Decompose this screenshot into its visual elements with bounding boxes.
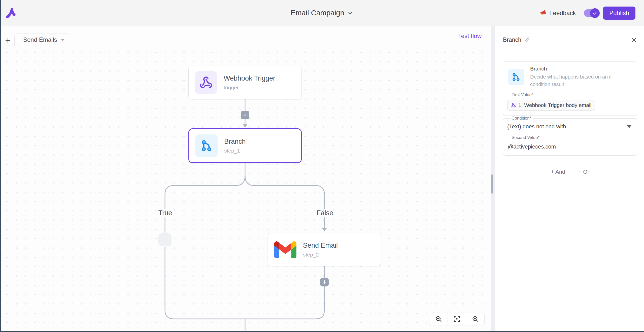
publish-button[interactable]: Publish [603, 7, 635, 20]
node-send-email[interactable]: Send Email step_2 [268, 233, 381, 266]
add-and-condition-button[interactable]: + And [551, 169, 565, 175]
step-settings-panel: Branch Branch [495, 26, 644, 332]
test-flow-button[interactable]: Test flow [457, 32, 483, 40]
flow-canvas[interactable]: Send Emails Test flow Webhook Trigger tr… [0, 26, 491, 332]
window-left-edge [0, 0, 1, 332]
first-value-token[interactable]: 1. Webhook Trigger body email [507, 100, 595, 110]
zoom-out-icon [435, 315, 442, 322]
zoom-out-button[interactable] [429, 313, 448, 325]
branch-icon [508, 69, 524, 85]
condition-logic-buttons: + And + Or [503, 169, 637, 175]
node-title: Branch [224, 138, 246, 145]
node-text: Send Email step_2 [303, 242, 338, 258]
second-value-field: Second Value* [503, 135, 637, 156]
toggle-knob [590, 8, 600, 18]
add-or-condition-button[interactable]: + Or [578, 169, 589, 175]
arrowhead-to-send-email [322, 228, 327, 232]
canvas-zoom-controls [429, 313, 485, 325]
flow-tab-label: Send Emails [23, 36, 57, 43]
plus-icon [243, 113, 247, 117]
node-subtitle: step_1 [224, 148, 246, 154]
node-title: Send Email [303, 242, 338, 249]
node-text: Webhook Trigger trigger [224, 75, 275, 91]
step-info-title: Branch [530, 66, 614, 72]
node-text: Branch step_1 [224, 138, 246, 154]
node-webhook-trigger[interactable]: Webhook Trigger trigger [188, 66, 302, 99]
step-info-card: Branch Decide what happens based on an i… [503, 61, 637, 92]
check-icon [592, 11, 597, 16]
first-value-field: First Value* 1. Webhook Trigger body ema… [503, 92, 637, 116]
branch-icon [195, 134, 218, 157]
fit-view-icon [453, 315, 460, 322]
condition-value: (Text) does not end with [507, 123, 566, 130]
webhook-icon [195, 71, 217, 94]
branch-true-label: True [158, 209, 172, 217]
panel-title: Branch [503, 36, 521, 43]
megaphone-icon [540, 10, 547, 16]
panel-header: Branch [503, 36, 637, 43]
plus-icon [5, 37, 11, 44]
condition-label: Condition* [510, 116, 533, 121]
flow-enabled-toggle[interactable] [584, 9, 598, 17]
close-icon [631, 37, 637, 43]
fit-view-button[interactable] [448, 313, 466, 325]
feedback-label: Feedback [549, 10, 576, 17]
feedback-link[interactable]: Feedback [540, 10, 576, 17]
plus-icon [162, 237, 168, 243]
node-title: Webhook Trigger [224, 75, 275, 82]
node-subtitle: step_2 [303, 252, 338, 258]
node-branch[interactable]: Branch step_1 [188, 128, 302, 163]
condition-select[interactable]: (Text) does not end with [507, 123, 633, 130]
plus-icon [322, 280, 327, 284]
second-value-label: Second Value* [510, 135, 541, 140]
flow-title: Email Campaign [291, 9, 344, 17]
gmail-icon [274, 238, 297, 261]
node-subtitle: trigger [224, 85, 275, 91]
tab-caret-icon [61, 39, 65, 41]
webhook-icon [511, 103, 516, 108]
activepieces-logo-icon[interactable] [5, 7, 16, 19]
top-bar: Email Campaign Feedback [0, 0, 644, 26]
flow-tab-send-emails[interactable]: Send Emails [14, 33, 70, 46]
second-value-input[interactable] [507, 143, 634, 150]
arrowhead-to-branch [243, 124, 247, 128]
flow-title-dropdown[interactable]: Email Campaign [291, 0, 353, 26]
zoom-in-button[interactable] [466, 313, 484, 325]
flow-builder-app: Email Campaign Feedback [0, 0, 644, 332]
branch-false-label: False [317, 209, 333, 217]
edit-name-icon[interactable] [524, 37, 530, 43]
chevron-down-icon [347, 10, 353, 16]
dropdown-caret-icon [627, 125, 631, 128]
close-panel-button[interactable] [631, 37, 637, 43]
panel-resize-handle[interactable] [491, 174, 493, 194]
first-value-token-label: 1. Webhook Trigger body email [518, 102, 591, 108]
top-bar-actions: Feedback Publish [540, 0, 635, 26]
step-info-description: Decide what happens based on an if condi… [530, 73, 614, 88]
flow-tab-row: Send Emails Test flow [0, 26, 491, 46]
condition-field: Condition* (Text) does not end with [503, 116, 637, 135]
step-info-text: Branch Decide what happens based on an i… [530, 66, 614, 88]
add-step-after-send-email-button[interactable] [320, 278, 329, 286]
add-step-button[interactable] [241, 111, 249, 119]
add-step-true-branch-button[interactable] [158, 233, 172, 246]
add-flow-button[interactable] [3, 36, 12, 45]
zoom-in-icon [472, 315, 479, 322]
first-value-label: First Value* [510, 92, 535, 97]
